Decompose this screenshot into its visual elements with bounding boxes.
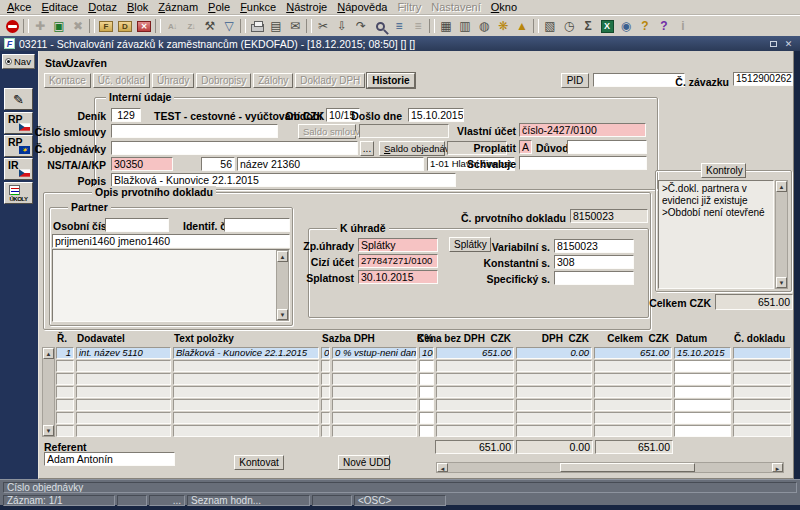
kontroly-button[interactable]: Kontroly [701,163,746,178]
saldo-objednavky-button[interactable]: Saldo objednávky [379,141,445,156]
table-row-empty[interactable] [39,412,795,424]
menu-item[interactable]: Nastavení [426,1,486,13]
sort-asc-icon[interactable]: A↓ [163,18,181,35]
toolbar-icon[interactable] [240,19,246,33]
list-alt-icon[interactable]: ≡ [409,18,427,35]
kontovat-button[interactable]: Kontovat [234,455,284,470]
web-doc-icon[interactable]: ◉ [617,18,635,35]
menu-item[interactable]: Editace [36,1,83,13]
toolbar-icon[interactable] [23,19,29,33]
list-icon[interactable]: ≡ [390,18,408,35]
proplatit-field[interactable]: A [519,140,532,154]
menu-item[interactable]: Blok [122,1,153,13]
pid-field[interactable] [593,73,685,87]
folder-f-icon[interactable]: F [97,18,115,35]
chart-icon[interactable]: ▦ [437,18,455,35]
search-icon[interactable] [371,18,389,35]
cell-cena[interactable]: 651.00 [436,347,514,359]
cell-dph[interactable]: 0.00 [516,347,592,359]
toolbar-icon[interactable] [429,19,435,33]
toolbar-icon[interactable] [533,19,539,33]
help-wizard-icon[interactable]: ? [636,18,654,35]
gauge-icon[interactable]: ◷ [560,18,578,35]
cell-sazba[interactable]: 0 % vstup-neni dan. dokl [332,347,417,359]
table-row-empty[interactable] [39,386,795,398]
sidebar-rp-cz-button[interactable]: RP [4,112,33,134]
cell-radek[interactable]: 1 [56,347,74,359]
popis-field[interactable]: Blažková - Kunovice 22.1.2015 [111,173,456,187]
menu-item[interactable]: Nástroje [281,1,332,13]
scroll-right-icon[interactable]: ► [772,463,783,472]
form-tab-button[interactable]: Doklady DPH [295,73,365,88]
toolbar-icon[interactable] [155,19,161,33]
sigma-icon[interactable]: Σ [579,18,597,35]
help-icon[interactable]: ? [655,18,673,35]
document-check-icon[interactable]: ▥ [456,18,474,35]
osobni-cislo-field[interactable] [105,218,169,232]
exit-icon[interactable] [3,18,21,35]
scroll-up-icon[interactable]: ▲ [277,251,288,262]
form-tab-button[interactable]: Dobropisy [196,73,251,88]
toolbar-icon[interactable] [89,19,95,33]
cell-datum[interactable]: 15.10.2015 [674,347,731,359]
pid-button[interactable]: PID [561,73,589,88]
identif-field[interactable] [224,218,290,232]
globe-icon[interactable]: ◍ [475,18,493,35]
variabilni-field[interactable]: 8150023 [554,239,634,253]
objednavka-field[interactable] [111,141,358,155]
cell-dodavatel[interactable]: int. název 5110 [76,347,171,359]
cell-celkem[interactable]: 651.00 [594,347,672,359]
partner-note-scrollbar[interactable]: ▲ ▼ [276,250,289,321]
cut-icon[interactable]: ✂ [314,18,332,35]
cislo-smlouvy-field[interactable] [111,124,278,138]
menu-item[interactable]: Filtry [392,1,426,13]
record-save-icon[interactable]: ▣ [50,18,68,35]
nav-toggle[interactable]: Nav [2,54,35,69]
cizi-ucet-field[interactable]: 277847271/0100 [358,254,438,268]
scroll-down-icon[interactable]: ▼ [776,277,787,288]
duvod-field[interactable] [567,140,647,154]
form-tab-button[interactable]: Historie [367,73,414,88]
schvaluje-field[interactable] [519,156,647,170]
folder-x-icon[interactable]: ✕ [135,18,153,35]
partner-note-field[interactable] [52,249,290,322]
scroll-up-icon[interactable]: ▲ [776,181,787,192]
sort-desc-icon[interactable]: Z↓ [182,18,200,35]
vlastni-ucet-field[interactable]: číslo-2427/0100 [519,123,646,137]
print-preview-icon[interactable]: ▤ [267,18,285,35]
record-insert-icon[interactable]: ✚ [31,18,49,35]
hscroll-thumb[interactable] [560,463,695,472]
form-tab-button[interactable]: Kontace [44,73,91,88]
menu-item[interactable]: Nápověda [332,1,392,13]
pyramid-icon[interactable]: ▲ [513,18,531,35]
menu-item[interactable]: Pole [203,1,235,13]
table-row-empty[interactable] [39,425,795,437]
partner-name-field[interactable]: prijmeni1460 jmeno1460 [52,234,290,248]
restore-window-button[interactable] [768,38,779,49]
mail-icon[interactable]: ✉ [286,18,304,35]
table-hscrollbar[interactable]: ◄ ► [436,462,784,473]
form-tab-button[interactable]: Zálohy [253,73,293,88]
scroll-left-icon[interactable]: ◄ [437,463,448,472]
sidebar-ukoly-button[interactable]: ÚKOLY [4,182,33,204]
table-row-empty[interactable] [39,373,795,385]
scroll-down-icon[interactable]: ▼ [277,309,288,320]
objednavka-lov-button[interactable]: ... [360,141,374,156]
zpusob-uhrady-field[interactable]: Splátky [358,238,438,252]
specificky-field[interactable] [554,271,634,285]
window-link-icon[interactable]: ▧ [541,18,559,35]
menu-item[interactable]: Funkce [235,1,281,13]
sidebar-ir-cz-button[interactable]: IR [4,158,33,180]
table-row-empty[interactable] [39,360,795,372]
splatnost-field[interactable]: 30.10.2015 [358,270,438,284]
referent-field[interactable]: Adam Antonín [44,452,175,466]
cell-kpct[interactable]: 100 [419,347,434,359]
form-tab-button[interactable]: Úhrady [152,73,194,88]
cell-text[interactable]: Blažková - Kunovice 22.1.2015 [173,347,319,359]
excel-icon[interactable]: X [598,18,616,35]
menu-item[interactable]: Akce [2,1,36,13]
ns-name-field[interactable]: název 21360 [237,157,424,171]
table-row-empty[interactable] [39,399,795,411]
form-tab-button[interactable]: Úč. doklad [93,73,150,88]
close-window-button[interactable]: ✕ [783,38,794,49]
